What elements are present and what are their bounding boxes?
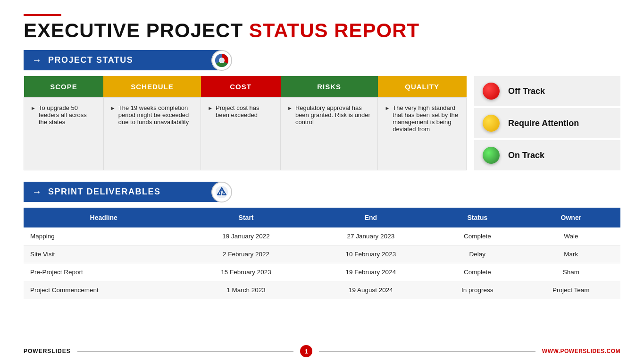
svg-point-6 <box>225 194 226 195</box>
cost-content: ► Project cost has been exceeded <box>208 104 274 118</box>
footer-brand: POWERSLIDES <box>24 348 71 354</box>
pie-chart-icon <box>214 53 229 68</box>
status-table: SCOPE SCHEDULE COST RISKS QUALITY ► To u… <box>24 76 467 170</box>
cell-cost: ► Project cost has been exceeded <box>201 98 281 170</box>
arrow-icon: → <box>32 55 42 66</box>
risks-text: Regulatory approval has been granted. Ri… <box>295 104 371 126</box>
status-container: SCOPE SCHEDULE COST RISKS QUALITY ► To u… <box>24 76 620 170</box>
cell-end: 10 February 2023 <box>309 245 433 263</box>
svg-point-4 <box>221 188 223 190</box>
legend-require-attention-label: Require Attention <box>508 118 579 128</box>
sprint-header: → SPRINT DELIVERABLES <box>24 182 222 202</box>
sprint-arrow-icon: → <box>32 186 42 197</box>
footer: POWERSLIDES 1 WWW.POWERSLIDES.COM <box>0 340 644 362</box>
legend-off-track: Off Track <box>474 76 620 106</box>
svg-point-5 <box>217 194 219 195</box>
deliverable-row: Site Visit2 February 202210 February 202… <box>24 245 620 263</box>
cell-owner: Project Team <box>522 281 620 299</box>
dot-yellow <box>483 115 500 132</box>
legend-require-attention: Require Attention <box>474 108 620 138</box>
cost-text: Project cost has been exceeded <box>216 104 274 118</box>
dot-green <box>483 147 500 164</box>
th-risks: RISKS <box>281 76 378 98</box>
cell-scope: ► To upgrade 50 feeders all across the s… <box>24 98 104 170</box>
cell-headline: Mapping <box>24 227 184 245</box>
th-headline: Headline <box>24 208 184 227</box>
schedule-text: The 19 weeks completion period might be … <box>118 104 194 126</box>
deliverable-row: Project Commencement1 March 202319 Augus… <box>24 281 620 299</box>
cell-status: Delay <box>433 245 522 263</box>
trinity-icon <box>215 185 229 199</box>
cell-end: 27 January 2023 <box>309 227 433 245</box>
th-status: Status <box>433 208 522 227</box>
scope-content: ► To upgrade 50 feeders all across the s… <box>31 104 97 126</box>
th-start: Start <box>184 208 308 227</box>
footer-line-left <box>77 351 294 352</box>
project-status-header: → PROJECT STATUS <box>24 50 222 70</box>
cell-headline: Site Visit <box>24 245 184 263</box>
th-cost: COST <box>201 76 281 98</box>
status-body-row: ► To upgrade 50 feeders all across the s… <box>24 98 467 170</box>
deliverable-row: Pre-Project Report15 February 202319 Feb… <box>24 263 620 281</box>
cell-status: Complete <box>433 227 522 245</box>
dot-red <box>483 83 500 100</box>
risks-arrow: ► <box>287 105 293 111</box>
cell-end: 19 August 2024 <box>309 281 433 299</box>
legend-on-track-label: On Track <box>508 151 544 160</box>
th-scope: SCOPE <box>24 76 104 98</box>
page: EXECUTIVE PROJECT STATUS REPORT → PROJEC… <box>0 0 644 362</box>
cell-status: In progress <box>433 281 522 299</box>
th-schedule: SCHEDULE <box>103 76 201 98</box>
title-red: STATUS REPORT <box>249 19 419 42</box>
title-black: EXECUTIVE PROJECT <box>24 19 249 42</box>
quality-arrow: ► <box>385 105 390 111</box>
cell-risks: ► Regulatory approval has been granted. … <box>281 98 378 170</box>
cell-owner: Wale <box>522 227 620 245</box>
project-status-section: → PROJECT STATUS SCOPE <box>24 50 620 170</box>
legend-off-track-label: Off Track <box>508 86 545 96</box>
quality-text: The very high standard that has been set… <box>393 104 460 133</box>
th-quality: QUALITY <box>378 76 467 98</box>
scope-text: To upgrade 50 feeders all across the sta… <box>39 104 97 126</box>
cell-start: 19 January 2022 <box>184 227 308 245</box>
deliverables-table: Headline Start End Status Owner Mapping1… <box>24 208 620 299</box>
scope-arrow: ► <box>31 105 36 111</box>
footer-line-right <box>319 351 535 352</box>
deliverable-row: Mapping19 January 202227 January 2023Com… <box>24 227 620 245</box>
project-status-label: PROJECT STATUS <box>48 55 133 65</box>
risks-content: ► Regulatory approval has been granted. … <box>287 104 371 126</box>
schedule-arrow: ► <box>110 105 116 111</box>
cell-headline: Pre-Project Report <box>24 263 184 281</box>
cell-quality: ► The very high standard that has been s… <box>378 98 467 170</box>
legend-on-track: On Track <box>474 140 620 170</box>
schedule-content: ► The 19 weeks completion period might b… <box>110 104 194 126</box>
svg-point-2 <box>219 58 224 63</box>
sprint-icon <box>211 182 232 202</box>
cell-start: 2 February 2022 <box>184 245 308 263</box>
title-line <box>24 14 61 16</box>
project-status-icon <box>211 50 232 71</box>
quality-content: ► The very high standard that has been s… <box>385 104 460 133</box>
cell-schedule: ► The 19 weeks completion period might b… <box>103 98 201 170</box>
cost-arrow: ► <box>208 105 213 111</box>
cell-status: Complete <box>433 263 522 281</box>
sprint-section: → SPRINT DELIVERABLES Headline <box>24 182 620 299</box>
deliverables-header-row: Headline Start End Status Owner <box>24 208 620 227</box>
cell-start: 15 February 2023 <box>184 263 308 281</box>
cell-headline: Project Commencement <box>24 281 184 299</box>
main-title: EXECUTIVE PROJECT STATUS REPORT <box>24 20 620 42</box>
cell-end: 19 February 2024 <box>309 263 433 281</box>
footer-url: WWW.POWERSLIDES.COM <box>542 348 620 354</box>
cell-owner: Mark <box>522 245 620 263</box>
footer-page: 1 <box>300 345 312 357</box>
th-end: End <box>309 208 433 227</box>
title-bar: EXECUTIVE PROJECT STATUS REPORT <box>24 14 620 42</box>
status-header-row: SCOPE SCHEDULE COST RISKS QUALITY <box>24 76 467 98</box>
cell-start: 1 March 2023 <box>184 281 308 299</box>
legend-box: Off Track Require Attention On Track <box>474 76 620 170</box>
sprint-label: SPRINT DELIVERABLES <box>48 187 161 197</box>
th-owner: Owner <box>522 208 620 227</box>
cell-owner: Sham <box>522 263 620 281</box>
